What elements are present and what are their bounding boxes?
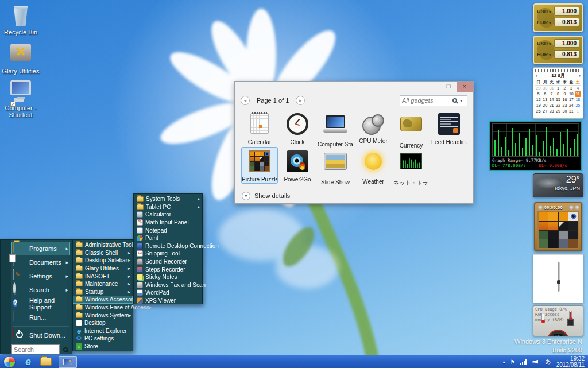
show-hidden-icons-button[interactable]: ▴ (502, 359, 505, 365)
submenu-item-notepad[interactable]: Notepad (134, 226, 202, 234)
taskbar-file-explorer-icon[interactable] (40, 358, 52, 366)
submenu-item-tablet-pc[interactable]: Tablet PC ▸ (134, 203, 202, 211)
submenu-item-paint[interactable]: Paint (134, 234, 202, 242)
gadget-item-slide-show[interactable]: Slide Show (317, 147, 354, 184)
submenu-item-desktop[interactable]: Desktop (73, 319, 133, 327)
calendar-weekday: 月 (541, 79, 548, 86)
submenu-item-inasoft[interactable]: INASOFT ▸ (73, 272, 133, 280)
start-button[interactable] (4, 357, 15, 367)
menu-item-settings[interactable]: Settings ▸ (11, 269, 70, 283)
currency-code-select[interactable]: USD (537, 9, 554, 14)
window-titlebar[interactable]: – □ × (235, 82, 473, 92)
submenu-item-sticky-notes[interactable]: Sticky Notes (134, 273, 202, 281)
gadget-item-weather[interactable]: Weather (355, 147, 392, 184)
currency-gadget-1[interactable]: USD 1.000 EUR 0.813 (533, 3, 583, 32)
currency-code-select[interactable]: EUR (537, 52, 554, 57)
submenu-item-steps-recorder[interactable]: Steps Recorder (134, 265, 202, 273)
gadget-item-calendar[interactable]: Calendar (241, 110, 278, 146)
menu-item-search[interactable]: Search ▸ (11, 283, 70, 297)
submenu-item-classic-shell[interactable]: Classic Shell ▸ (73, 249, 133, 257)
gadget-item-net-traffic[interactable]: ネット・トラフィッ... (393, 147, 430, 184)
calendar-gadget[interactable]: ◂ 12 8月 ▸ 日 月 火 水 木 金 土 29 30 31 1 2 3 4… (533, 67, 583, 119)
show-details-chevron-icon[interactable]: ▾ (242, 192, 250, 200)
taskbar-clock[interactable]: 19:32 2012/08/11 (556, 355, 585, 368)
menu-item-programs[interactable]: Programs ▸ (11, 242, 70, 255)
submenu-item-sound-recorder[interactable]: Sound Recorder (134, 258, 202, 266)
puzzle-tiles[interactable] (537, 211, 579, 249)
submenu-item-internet-explorer[interactable]: e Internet Explorer (73, 327, 133, 335)
submenu-arrow-icon: ▸ (128, 266, 130, 271)
menu-item-shut-down[interactable]: Shut Down... (11, 328, 70, 342)
slideshow-gadget-icon (323, 153, 347, 177)
gadget-item-cpu-meter[interactable]: CPU Meter (355, 110, 392, 146)
network-traffic-gadget[interactable]: Graph Range= 9.77KB/s DL= 778.00B/s UL= … (489, 121, 582, 171)
taskbar: e ▴ ⚑ あ 19:32 2012/08/11 (0, 355, 588, 368)
submenu-item-desktop-sidebar[interactable]: Desktop Sidebar ▸ (73, 257, 133, 265)
submenu-item-wordpad[interactable]: WordPad (134, 289, 202, 297)
submenu-item-maintenance[interactable]: Maintenance ▸ (73, 280, 133, 288)
taskbar-active-app-button[interactable] (59, 356, 77, 368)
submenu-item-windows-ease-of-access[interactable]: Windows Ease of Access ▸ (73, 304, 133, 312)
gadget-item-picture-puzzle[interactable]: Picture Puzzle (241, 147, 278, 184)
power-icon (13, 329, 26, 342)
calendar-day: 3 (568, 86, 574, 91)
network-status-icon[interactable] (520, 359, 527, 365)
gadget-item-computer-status[interactable]: Computer Statu... (317, 110, 354, 146)
calendar-next-icon[interactable]: ▸ (579, 73, 581, 78)
taskbar-internet-explorer-icon[interactable]: e (25, 356, 31, 367)
submenu-item-windows-accessories[interactable]: Windows Accessories ▸ (73, 296, 133, 304)
weather-gadget[interactable]: 29° Tokyo, JPN (533, 173, 583, 197)
submenu-item-administrative-tools[interactable]: Administrative Tools ▸ (73, 241, 133, 249)
maximize-button[interactable]: □ (440, 82, 457, 92)
currency-code-select[interactable]: USD (537, 41, 554, 47)
currency-gadget-2[interactable]: USD 1.000 EUR 0.813 (533, 36, 583, 64)
show-details-label[interactable]: Show details (254, 192, 290, 199)
submenu-item-startup[interactable]: Startup ▸ (73, 288, 133, 296)
submenu-item-pc-settings[interactable]: ⚙ PC settings (73, 335, 133, 343)
gadget-item-currency[interactable]: Currency (393, 110, 430, 146)
page-prev-button[interactable]: ◂ (241, 96, 250, 105)
submenu-item-math-input-panel[interactable]: Math Input Panel (134, 219, 202, 227)
volume-icon[interactable] (532, 360, 538, 364)
blank-gadget[interactable] (533, 254, 583, 303)
submenu-item-remote-desktop-connection[interactable]: Remote Desktop Connection (134, 242, 202, 250)
cpu-usage-label: CPU usage 07% (535, 307, 581, 312)
submenu-item-label: System Tools (146, 196, 198, 202)
submenu-item-windows-fax-and-scan[interactable]: Windows Fax and Scan (134, 281, 202, 289)
submenu-item-xps-viewer[interactable]: XPS Viewer (134, 297, 202, 305)
desktop-icon-glary-utilities[interactable]: Glary Utilities (0, 41, 41, 75)
gadget-search-box[interactable]: ▾ (400, 95, 467, 106)
submenu-item-calculator[interactable]: Calculator (134, 211, 202, 219)
cpu-chip-icon (567, 319, 574, 326)
submenu-item-system-tools[interactable]: System Tools ▸ (134, 195, 202, 203)
puzzle-pause-button[interactable] (538, 205, 543, 210)
build-watermark: Windows 8 Enterprise N Build 9200 (514, 338, 582, 355)
submenu-arrow-icon: ▸ (198, 204, 200, 210)
submenu-item-snipping-tool[interactable]: Snipping Tool (134, 250, 202, 258)
ime-language-icon[interactable]: あ (545, 358, 551, 366)
close-button[interactable]: × (457, 82, 473, 92)
puzzle-shuffle-button[interactable] (575, 205, 579, 210)
start-menu-search-input[interactable] (11, 344, 60, 354)
submenu-item-store[interactable]: ⌂ Store (73, 343, 133, 351)
submenu-item-windows-system[interactable]: Windows System ▸ (73, 311, 133, 319)
menu-item-run[interactable]: Run... (11, 311, 70, 324)
puzzle-help-button[interactable] (569, 205, 574, 210)
search-options-caret-icon[interactable]: ▾ (460, 98, 462, 103)
currency-code-select[interactable]: EUR (537, 20, 554, 25)
menu-item-help-and-support[interactable]: ? Help and Support (11, 297, 70, 311)
action-center-flag-icon[interactable]: ⚑ (510, 359, 515, 365)
submenu-item-glary-utilities[interactable]: Glary Utilities ▸ (73, 265, 133, 273)
gadget-item-power2go[interactable]: Power2Go (279, 147, 316, 184)
page-next-button[interactable]: ▸ (296, 96, 305, 105)
gadget-search-input[interactable] (402, 97, 451, 104)
picture-puzzle-gadget[interactable]: 00:00:00 (534, 202, 582, 251)
gadget-label: Power2Go (280, 176, 315, 183)
cpu-meter-gadget[interactable]: CPU usage 07% RAM access memory (RAM) 48… (533, 305, 583, 336)
gadget-item-feed-headlines[interactable]: Feed Headlines (431, 110, 467, 146)
menu-item-documents[interactable]: Documents ▸ (11, 255, 70, 269)
gadget-item-clock[interactable]: Clock (279, 110, 316, 146)
desktop-icon-computer-shortcut[interactable]: ↗ Computer - Shortcut (0, 78, 41, 118)
minimize-button[interactable]: – (424, 82, 440, 92)
desktop-icon-recycle-bin[interactable]: Recycle Bin (0, 5, 41, 36)
